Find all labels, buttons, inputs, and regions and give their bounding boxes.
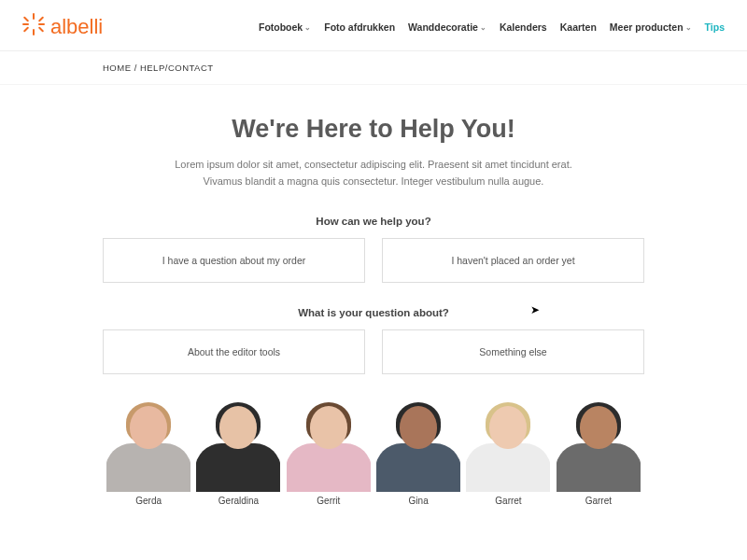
option-something-else[interactable]: Something else [382, 329, 644, 374]
team-row: Gerda Geraldina Gerrit Gina Garret [103, 399, 644, 506]
main-nav: Fotoboek⌄ Foto afdrukken Wanddecoratie⌄ … [259, 21, 725, 33]
team-member-name: Garret [495, 496, 521, 506]
nav-item-wanddecoratie[interactable]: Wanddecoratie⌄ [408, 21, 486, 33]
svg-rect-3 [38, 23, 45, 25]
team-member: Gerrit [287, 399, 371, 506]
page-title: We're Here to Help You! [103, 115, 644, 144]
chevron-down-icon: ⌄ [685, 23, 692, 32]
team-member-name: Gerda [135, 496, 162, 506]
option-question-about-order[interactable]: I have a question about my order [103, 238, 365, 283]
question-2-options: About the editor tools Something else [103, 329, 644, 374]
breadcrumb-current: HELP/CONTACT [140, 63, 214, 73]
team-member: Gina [376, 399, 460, 506]
nav-item-foto-afdrukken[interactable]: Foto afdrukken [324, 21, 395, 33]
question-1-options: I have a question about my order I haven… [103, 238, 644, 283]
page-subtitle: Lorem ipsum dolor sit amet, consectetur … [103, 157, 644, 189]
nav-item-meer-producten[interactable]: Meer producten⌄ [610, 21, 692, 33]
team-member: Geraldina [196, 399, 280, 506]
main-content: We're Here to Help You! Lorem ipsum dolo… [0, 85, 747, 506]
team-member-name: Gina [409, 496, 429, 506]
team-member: Gerda [106, 399, 190, 506]
svg-rect-2 [22, 23, 29, 25]
svg-rect-5 [38, 16, 44, 21]
team-portrait [376, 399, 460, 492]
team-member-name: Garret [585, 496, 612, 506]
logo-icon [22, 13, 45, 41]
team-member-name: Geraldina [218, 496, 259, 506]
nav-item-kalenders[interactable]: Kalenders [500, 21, 547, 33]
team-portrait [557, 399, 641, 492]
option-editor-tools[interactable]: About the editor tools [103, 329, 365, 374]
team-portrait [466, 399, 550, 492]
nav-item-tips[interactable]: Tips [705, 21, 725, 33]
brand-logo[interactable]: albelli [22, 13, 103, 41]
option-no-order-yet[interactable]: I haven't placed an order yet [382, 238, 644, 283]
nav-item-fotoboek[interactable]: Fotoboek⌄ [259, 21, 311, 33]
team-portrait [106, 399, 190, 492]
nav-item-kaarten[interactable]: Kaarten [560, 21, 597, 33]
chevron-down-icon: ⌄ [304, 23, 311, 32]
header: albelli Fotoboek⌄ Foto afdrukken Wanddec… [0, 0, 747, 51]
question-2-label: What is your question about? [103, 307, 644, 318]
question-1-label: How can we help you? [103, 216, 644, 227]
svg-rect-7 [38, 26, 44, 32]
team-portrait [287, 399, 371, 492]
brand-name: albelli [50, 15, 103, 39]
team-member-name: Gerrit [317, 496, 340, 506]
svg-rect-1 [33, 29, 35, 35]
team-member: Garret [466, 399, 550, 506]
svg-rect-4 [23, 16, 29, 21]
svg-rect-6 [23, 26, 29, 32]
chevron-down-icon: ⌄ [480, 23, 486, 32]
breadcrumb: HOME / HELP/CONTACT [0, 51, 747, 85]
svg-rect-0 [33, 13, 35, 20]
team-member: Garret [557, 399, 641, 506]
breadcrumb-home[interactable]: HOME [103, 63, 132, 73]
team-portrait [196, 399, 280, 492]
